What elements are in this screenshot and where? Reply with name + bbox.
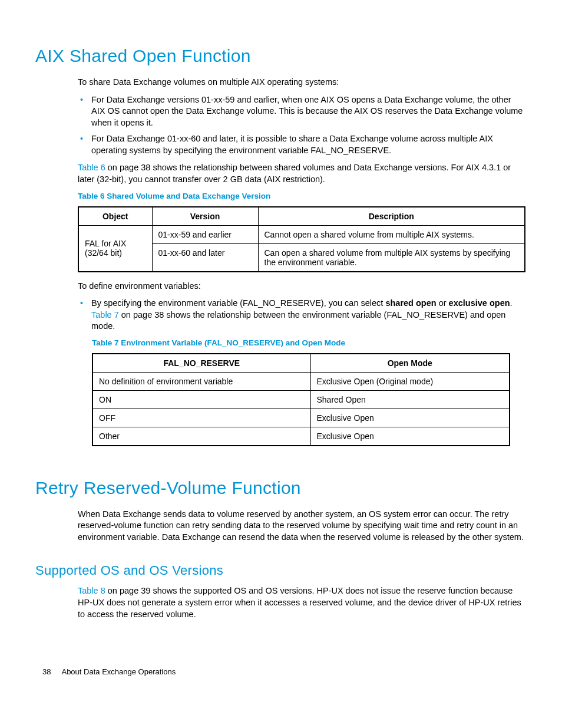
text: on page 38 shows the relationship betwee… <box>91 310 505 331</box>
table-row: FAL_NO_RESERVE Open Mode <box>92 354 510 373</box>
heading-retry-reserved: Retry Reserved-Volume Function <box>35 478 527 498</box>
text: on page 39 shows the supported OS and OS… <box>78 586 521 618</box>
table-cell: 01-xx-59 and earlier <box>152 225 258 243</box>
table-cell: 01-xx-60 and later <box>152 243 258 272</box>
table-row: Other Exclusive Open <box>92 427 510 446</box>
page-footer: 38About Data Exchange Operations <box>42 667 176 676</box>
aix-table-ref-paragraph: Table 6 on page 38 shows the relationshi… <box>78 162 527 185</box>
bold-text: exclusive open <box>449 298 510 308</box>
table-row: ON Shared Open <box>92 390 510 409</box>
table-cell: No definition of environment variable <box>92 372 310 390</box>
table7-caption: Table 7 Environment Variable (FAL_NO_RES… <box>92 338 527 347</box>
list-item: By specifying the environment variable (… <box>78 298 527 332</box>
bold-text: shared open <box>385 298 436 308</box>
page-number: 38 <box>42 667 51 676</box>
footer-chapter-title: About Data Exchange Operations <box>61 667 176 676</box>
table-header: Open Mode <box>310 354 510 373</box>
table-row: OFF Exclusive Open <box>92 409 510 427</box>
text: on page 38 shows the relationship betwee… <box>78 163 511 184</box>
table-cell: Exclusive Open (Original mode) <box>310 372 510 390</box>
aix-bullet-list: For Data Exchange versions 01-xx-59 and … <box>78 94 527 157</box>
table-cell: Shared Open <box>310 390 510 409</box>
table-row: FAL for AIX (32/64 bit) 01-xx-59 and ear… <box>78 225 525 243</box>
table-cell: ON <box>92 390 310 409</box>
heading-supported-os: Supported OS and OS Versions <box>35 563 527 578</box>
table-cell: Other <box>92 427 310 446</box>
table-cell: Exclusive Open <box>310 427 510 446</box>
heading-aix-shared-open: AIX Shared Open Function <box>35 46 527 66</box>
text: By specifying the environment variable (… <box>91 298 385 308</box>
table-header: Description <box>258 207 525 226</box>
table7: FAL_NO_RESERVE Open Mode No definition o… <box>92 353 510 446</box>
table-cell: Can open a shared volume from multiple A… <box>258 243 525 272</box>
list-item: For Data Exchange 01-xx-60 and later, it… <box>78 133 527 156</box>
table7-link[interactable]: Table 7 <box>91 310 119 319</box>
list-item: For Data Exchange versions 01-xx-59 and … <box>78 94 527 129</box>
table6: Object Version Description FAL for AIX (… <box>78 206 525 272</box>
table-header: FAL_NO_RESERVE <box>92 354 310 373</box>
table8-link[interactable]: Table 8 <box>78 586 105 595</box>
table6-caption: Table 6 Shared Volume and Data Exchange … <box>78 192 527 200</box>
table-header: Version <box>152 207 258 226</box>
table-row: Object Version Description <box>78 207 525 226</box>
table-cell: Exclusive Open <box>310 409 510 427</box>
aix-intro-paragraph: To share Data Exchange volumes on multip… <box>78 77 527 88</box>
text: or <box>437 298 449 308</box>
env-intro-paragraph: To define environment variables: <box>78 281 527 292</box>
table-cell: FAL for AIX (32/64 bit) <box>78 225 152 272</box>
supported-os-paragraph: Table 8 on page 39 shows the supported O… <box>78 585 527 620</box>
table-row: No definition of environment variable Ex… <box>92 372 510 390</box>
table-header: Object <box>78 207 152 226</box>
table-cell: Cannot open a shared volume from multipl… <box>258 225 525 243</box>
text: . <box>510 298 513 308</box>
env-bullet-list: By specifying the environment variable (… <box>78 298 527 332</box>
table-cell: OFF <box>92 409 310 427</box>
retry-paragraph: When Data Exchange sends data to volume … <box>78 509 527 543</box>
table6-link[interactable]: Table 6 <box>78 163 105 172</box>
